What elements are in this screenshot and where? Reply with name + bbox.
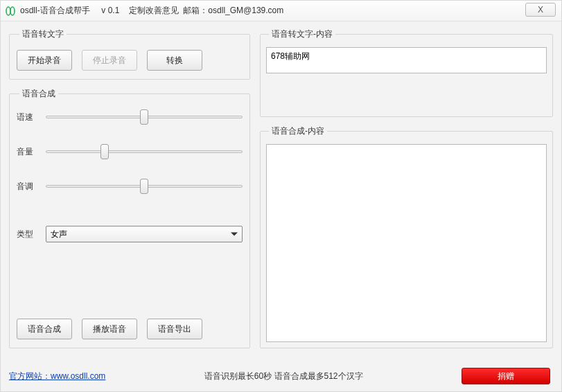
slider-track (46, 150, 243, 153)
footer-info: 语音识别最长60秒 语音合成最多512个汉字 (105, 371, 462, 382)
window-title: osdll-语音合成帮手 v 0.1 定制改善意见 邮箱：osdll_GM@13… (20, 5, 283, 17)
slider-thumb[interactable] (140, 179, 148, 194)
stt-button-row: 开始录音 停止录音 转换 (17, 50, 243, 71)
stt-legend: 语音转文字 (19, 28, 67, 40)
stt-result-textarea[interactable] (266, 47, 547, 73)
text-to-speech-group: 语音合成 语速 音量 (9, 88, 250, 348)
volume-slider[interactable] (46, 144, 243, 159)
slider-thumb[interactable] (140, 109, 148, 125)
chevron-down-icon (231, 233, 238, 236)
svg-point-0 (6, 7, 10, 15)
stt-result-legend: 语音转文字-内容 (269, 28, 335, 40)
convert-button[interactable]: 转换 (147, 50, 202, 71)
tts-button-row: 语音合成 播放语音 语音导出 (17, 319, 243, 339)
volume-row: 音量 (17, 144, 243, 159)
left-column: 语音转文字 开始录音 停止录音 转换 语音合成 语速 (9, 28, 250, 357)
pitch-label: 音调 (17, 181, 40, 193)
tts-result-group: 语音合成-内容 (260, 125, 553, 348)
export-button[interactable]: 语音导出 (147, 319, 202, 339)
speech-to-text-group: 语音转文字 开始录音 停止录音 转换 (9, 28, 250, 80)
app-window: osdll-语音合成帮手 v 0.1 定制改善意见 邮箱：osdll_GM@13… (0, 0, 562, 392)
start-record-button[interactable]: 开始录音 (17, 50, 72, 71)
close-button[interactable]: X (525, 3, 556, 17)
stop-record-button: 停止录音 (82, 50, 137, 71)
speed-label: 语速 (17, 112, 40, 123)
type-label: 类型 (17, 229, 40, 240)
site-link-url: www.osdll.com (51, 371, 105, 381)
donate-button[interactable]: 捐赠 (462, 368, 550, 384)
app-icon (5, 6, 16, 17)
titlebar: osdll-语音合成帮手 v 0.1 定制改善意见 邮箱：osdll_GM@13… (1, 1, 561, 21)
svg-point-1 (10, 7, 15, 15)
volume-label: 音量 (17, 146, 40, 158)
tts-legend: 语音合成 (19, 88, 58, 100)
speed-slider[interactable] (46, 109, 243, 125)
close-icon: X (538, 5, 543, 15)
slider-thumb[interactable] (100, 144, 109, 159)
voice-type-selected: 女声 (51, 229, 67, 240)
voice-type-combobox[interactable]: 女声 (46, 226, 243, 242)
site-link-label: 官方网站： (9, 371, 51, 381)
content-area: 语音转文字 开始录音 停止录音 转换 语音合成 语速 (1, 21, 561, 391)
tts-result-textarea[interactable] (266, 144, 547, 342)
speed-row: 语速 (17, 109, 243, 125)
pitch-slider[interactable] (46, 179, 243, 194)
site-link[interactable]: 官方网站：www.osdll.com (9, 371, 105, 382)
play-button[interactable]: 播放语音 (82, 319, 137, 339)
right-column: 语音转文字-内容 语音合成-内容 (260, 28, 553, 357)
stt-result-group: 语音转文字-内容 (260, 28, 553, 117)
synthesize-button[interactable]: 语音合成 (17, 319, 72, 339)
tts-result-legend: 语音合成-内容 (269, 125, 327, 137)
pitch-row: 音调 (17, 179, 243, 194)
footer: 官方网站：www.osdll.com 语音识别最长60秒 语音合成最多512个汉… (9, 366, 553, 386)
main-columns: 语音转文字 开始录音 停止录音 转换 语音合成 语速 (9, 28, 553, 357)
voice-type-row: 类型 女声 (17, 226, 243, 242)
